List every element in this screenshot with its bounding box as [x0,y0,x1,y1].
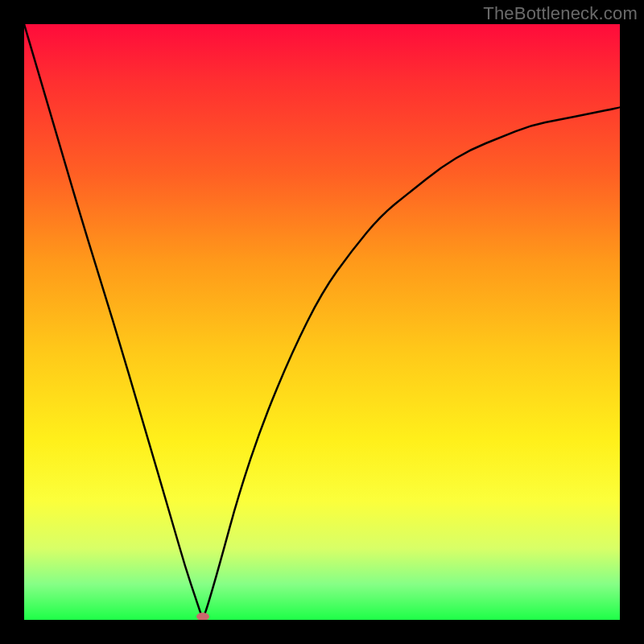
plot-area [24,24,620,620]
curve-layer [24,24,620,620]
chart-frame: TheBottleneck.com [0,0,644,644]
watermark-text: TheBottleneck.com [483,3,638,24]
bottleneck-curve [24,24,620,615]
optimum-marker [196,613,209,620]
